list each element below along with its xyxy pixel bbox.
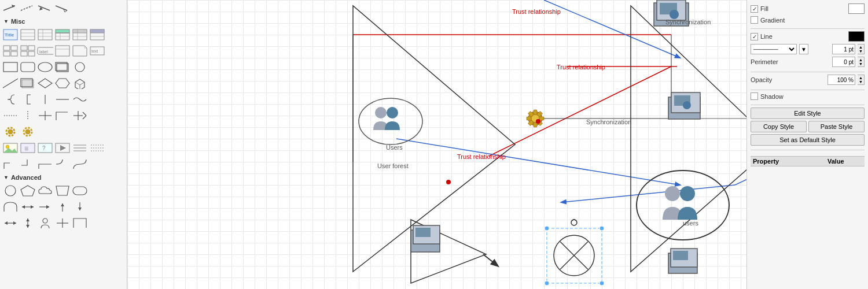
gradient-checkbox[interactable] — [751, 16, 758, 24]
shape-arrow4[interactable] — [54, 1, 71, 15]
shape-corner5[interactable] — [72, 157, 88, 171]
shape-extend[interactable] — [72, 109, 88, 123]
svg-line-59 — [80, 82, 84, 85]
set-default-style-button[interactable]: Set as Default Style — [751, 134, 865, 146]
adv-row3 — [0, 215, 127, 231]
shape-gear2[interactable] — [20, 125, 36, 139]
shape-adv-arch[interactable] — [2, 200, 19, 214]
misc-section-header[interactable]: ▼ Misc — [0, 16, 127, 27]
shape-rect[interactable] — [2, 60, 19, 74]
opacity-spinner[interactable]: ▲ ▼ — [858, 75, 865, 85]
shape-shadow-rect[interactable] — [20, 76, 36, 90]
shape-diamond[interactable] — [37, 76, 53, 90]
fill-color-swatch[interactable] — [848, 3, 865, 14]
opacity-down[interactable]: ▼ — [858, 80, 864, 84]
perimeter-down[interactable]: ▼ — [858, 62, 864, 66]
shape-circle[interactable] — [72, 60, 88, 74]
shape-adv-hbidir[interactable] — [2, 216, 19, 230]
line-checkbox[interactable] — [751, 33, 758, 40]
shape-lines[interactable] — [72, 141, 88, 155]
shape-img2[interactable]: ≡ — [20, 141, 36, 155]
shape-double-rect[interactable] — [54, 60, 71, 74]
shape-img3[interactable]: ? — [37, 141, 53, 155]
shape-corner4[interactable] — [54, 157, 71, 171]
shape-dash2[interactable] — [2, 109, 19, 123]
shape-adv-corner6[interactable] — [72, 216, 88, 230]
shape-grid1[interactable] — [2, 44, 19, 58]
shape-striped[interactable] — [54, 44, 71, 58]
shape-img1[interactable] — [2, 141, 19, 155]
shape-adv-darrow[interactable] — [72, 200, 88, 214]
edit-style-button[interactable]: Edit Style — [751, 108, 865, 119]
shape-play[interactable] — [54, 141, 71, 155]
svg-marker-122 — [631, 6, 746, 272]
opacity-up[interactable]: ▲ — [858, 76, 864, 80]
advanced-section-header[interactable]: ▼ Advanced — [0, 172, 127, 183]
svg-line-115 — [489, 66, 671, 156]
shape-adv-plus[interactable] — [54, 216, 71, 230]
shape-rounded-rect[interactable] — [20, 60, 36, 74]
paste-style-button[interactable]: Paste Style — [808, 121, 865, 132]
shape-dash[interactable] — [54, 92, 71, 106]
shape-diagonal[interactable] — [2, 76, 19, 90]
misc-row9 — [0, 156, 127, 172]
shape-table2[interactable] — [72, 28, 88, 42]
shape-title[interactable]: Title — [2, 28, 19, 42]
shape-adv-person[interactable] — [37, 216, 53, 230]
shape-arrow2[interactable] — [20, 1, 36, 15]
shape-pipe[interactable] — [37, 92, 53, 106]
shape-adv-pill[interactable] — [72, 184, 88, 198]
shape-list2[interactable] — [37, 28, 53, 42]
shape-ellipse[interactable] — [37, 60, 53, 74]
shape-wave[interactable] — [72, 92, 88, 106]
line-width-up[interactable]: ▲ — [858, 45, 864, 49]
shape-hexagon[interactable] — [54, 76, 71, 90]
shape-corner1[interactable] — [2, 157, 19, 171]
shape-arrow3[interactable] — [37, 1, 53, 15]
shadow-checkbox[interactable] — [751, 92, 758, 100]
shape-adv-rarrow[interactable] — [37, 200, 53, 214]
perimeter-input[interactable] — [832, 57, 855, 67]
shape-pipe2[interactable] — [20, 109, 36, 123]
line-color-swatch[interactable] — [848, 31, 865, 42]
main-canvas[interactable]: Trust relationship Trust relationship Sy… — [127, 0, 746, 289]
shape-gear1[interactable] — [2, 125, 19, 139]
shape-corner2[interactable] — [20, 157, 36, 171]
opacity-label: Opacity — [751, 76, 785, 83]
line-label: Line — [760, 33, 795, 40]
line-style-dropdown-btn[interactable]: ▼ — [799, 44, 808, 54]
shape-adv-trapeze[interactable] — [54, 184, 71, 198]
shape-cube[interactable] — [72, 76, 88, 90]
shape-arrow1[interactable] — [2, 1, 19, 15]
line-width-spinner[interactable]: ▲ ▼ — [858, 44, 865, 54]
shape-cross[interactable] — [37, 109, 53, 123]
shape-table3[interactable] — [89, 28, 105, 42]
line-width-input[interactable] — [832, 44, 855, 54]
line-width-down[interactable]: ▼ — [858, 49, 864, 53]
shape-extra2[interactable] — [89, 141, 105, 155]
shape-adv-uarrow[interactable] — [54, 200, 71, 214]
line-style-select[interactable]: ────── - - - - · · · · — [751, 44, 797, 54]
shape-corner[interactable] — [54, 109, 71, 123]
copy-style-button[interactable]: Copy Style — [751, 121, 807, 132]
shape-adv-circle[interactable] — [2, 184, 19, 198]
shape-table1[interactable] — [54, 28, 71, 42]
shape-adv-pentagon[interactable] — [20, 184, 36, 198]
shape-adv-cloud[interactable] — [37, 184, 53, 198]
shape-extra[interactable]: text — [89, 44, 105, 58]
svg-rect-35 — [21, 51, 27, 56]
shape-bracket[interactable] — [20, 92, 36, 106]
shape-list1[interactable] — [20, 28, 36, 42]
fill-checkbox[interactable] — [751, 5, 758, 13]
shape-adv-bidir[interactable] — [20, 200, 36, 214]
shape-note[interactable] — [72, 44, 88, 58]
perimeter-up[interactable]: ▲ — [858, 58, 864, 62]
shape-brace[interactable] — [2, 92, 19, 106]
shape-adv-vbidir[interactable] — [20, 216, 36, 230]
perimeter-spinner[interactable]: ▲ ▼ — [858, 57, 865, 67]
svg-point-73 — [25, 129, 30, 134]
shape-grid2[interactable] — [20, 44, 36, 58]
shape-corner3[interactable] — [37, 157, 53, 171]
shape-label[interactable]: label — [37, 44, 53, 58]
opacity-input[interactable] — [827, 75, 855, 85]
